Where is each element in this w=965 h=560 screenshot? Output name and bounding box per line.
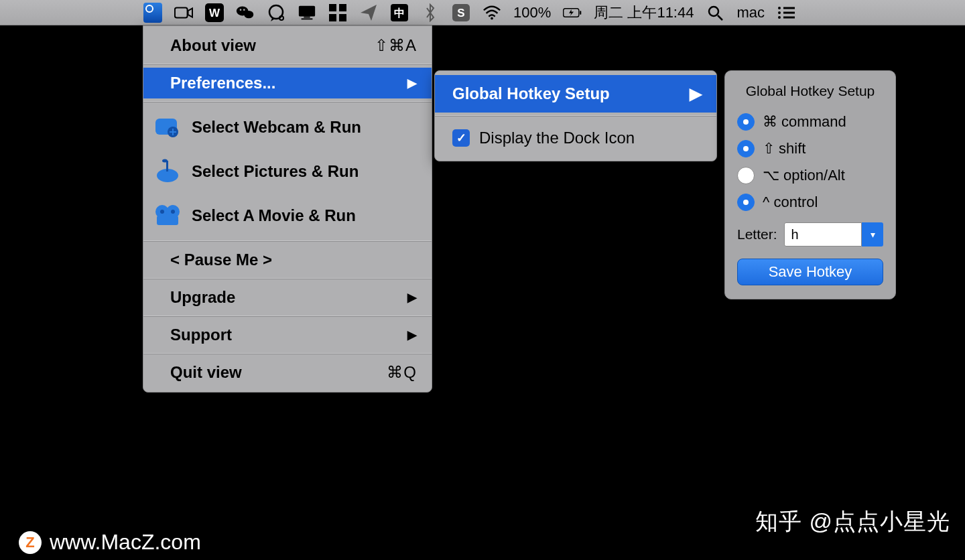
watermark-left: Z www.MacZ.com bbox=[19, 530, 201, 555]
z-logo-icon: Z bbox=[19, 531, 42, 554]
menu-about[interactable]: About view ⇧⌘A bbox=[143, 30, 432, 61]
svg-rect-12 bbox=[329, 4, 336, 11]
svg-rect-15 bbox=[339, 14, 346, 21]
webcam-icon bbox=[153, 113, 182, 142]
menu-label: About view bbox=[170, 36, 365, 55]
svg-rect-34 bbox=[166, 161, 168, 171]
radio-icon bbox=[737, 167, 755, 184]
letter-input[interactable]: h bbox=[784, 222, 862, 247]
battery-percent: 100% bbox=[513, 4, 551, 21]
wechat-icon[interactable] bbox=[236, 3, 255, 22]
svg-rect-14 bbox=[329, 14, 336, 21]
w-app-icon[interactable]: W bbox=[205, 3, 224, 22]
option-label: ^ control bbox=[763, 194, 818, 211]
menu-select-webcam[interactable]: Select Webcam & Run bbox=[143, 105, 432, 149]
checkbox-checked-icon: ✓ bbox=[452, 129, 470, 147]
menu-label: Select Webcam & Run bbox=[192, 118, 417, 137]
menu-shortcut: ⇧⌘A bbox=[375, 36, 417, 55]
svg-rect-30 bbox=[783, 16, 795, 18]
svg-point-35 bbox=[162, 159, 168, 163]
svg-point-40 bbox=[171, 210, 175, 214]
svg-point-29 bbox=[778, 16, 781, 19]
app-menu: About view ⇧⌘A Preferences... ▶ Select W… bbox=[143, 25, 432, 393]
menubar-datetime: 周二 上午11:44 bbox=[594, 3, 694, 23]
svg-rect-0 bbox=[175, 7, 188, 17]
submenu-global-hotkey[interactable]: Global Hotkey Setup ▶ bbox=[435, 75, 716, 113]
menu-select-movie[interactable]: Select A Movie & Run bbox=[143, 194, 432, 238]
svg-rect-11 bbox=[302, 18, 313, 19]
menu-label: Preferences... bbox=[170, 74, 398, 92]
svg-point-5 bbox=[240, 9, 242, 11]
save-hotkey-button[interactable]: Save Hotkey bbox=[737, 259, 883, 285]
chevron-right-icon: ▶ bbox=[407, 290, 417, 305]
preferences-submenu: Global Hotkey Setup ▶ ✓ Display the Dock… bbox=[434, 70, 717, 161]
menu-support[interactable]: Support ▶ bbox=[143, 320, 432, 350]
menu-separator bbox=[143, 101, 432, 102]
svg-point-23 bbox=[709, 7, 718, 16]
menu-label: Global Hotkey Setup bbox=[452, 84, 680, 103]
svg-text:W: W bbox=[209, 7, 220, 19]
camera-icon[interactable] bbox=[174, 3, 193, 22]
option-control[interactable]: ^ control bbox=[737, 189, 883, 216]
option-option-alt[interactable]: ⌥ option/Alt bbox=[737, 162, 883, 189]
menu-shortcut: ⌘Q bbox=[387, 363, 417, 382]
input-method-icon[interactable]: 中 bbox=[390, 3, 409, 22]
svg-point-4 bbox=[244, 10, 253, 17]
svg-rect-28 bbox=[783, 11, 795, 13]
svg-rect-38 bbox=[157, 216, 178, 225]
svg-text:中: 中 bbox=[394, 7, 405, 19]
submenu-dock-icon[interactable]: ✓ Display the Dock Icon bbox=[435, 119, 716, 157]
letter-row: Letter: h ▾ bbox=[737, 222, 883, 247]
chevron-right-icon: ▶ bbox=[690, 84, 702, 103]
svg-rect-26 bbox=[783, 7, 795, 9]
pictures-icon bbox=[153, 157, 182, 186]
svg-point-39 bbox=[160, 210, 164, 214]
menu-label: Display the Dock Icon bbox=[479, 129, 702, 147]
chat-icon[interactable] bbox=[267, 3, 285, 22]
grid-icon[interactable] bbox=[328, 3, 347, 22]
menu-label: < Pause Me > bbox=[170, 251, 417, 269]
letter-dropdown-button[interactable]: ▾ bbox=[862, 222, 883, 247]
svg-line-24 bbox=[718, 15, 722, 20]
app-icon[interactable] bbox=[143, 3, 162, 22]
menu-separator bbox=[143, 316, 432, 317]
radio-icon bbox=[737, 140, 755, 157]
chevron-right-icon: ▶ bbox=[407, 76, 417, 90]
menu-separator bbox=[143, 278, 432, 279]
display-icon[interactable] bbox=[298, 3, 316, 22]
send-icon[interactable] bbox=[359, 3, 378, 22]
menu-label: Quit view bbox=[170, 363, 377, 382]
panel-title: Global Hotkey Setup bbox=[737, 83, 883, 99]
option-command[interactable]: ⌘ command bbox=[737, 109, 883, 135]
menu-preferences[interactable]: Preferences... ▶ bbox=[143, 68, 432, 98]
menu-separator bbox=[143, 353, 432, 354]
menu-separator bbox=[435, 115, 716, 117]
letter-label: Letter: bbox=[737, 226, 777, 242]
movie-icon bbox=[153, 201, 182, 230]
menu-label: Select A Movie & Run bbox=[192, 206, 417, 225]
hotkey-setup-panel: Global Hotkey Setup ⌘ command ⇧ shift ⌥ … bbox=[724, 70, 896, 299]
spotlight-icon[interactable] bbox=[706, 3, 724, 22]
menu-select-pictures[interactable]: Select Pictures & Run bbox=[143, 149, 432, 194]
menu-label: Select Pictures & Run bbox=[192, 162, 417, 181]
chevron-right-icon: ▶ bbox=[407, 328, 417, 342]
svg-rect-9 bbox=[299, 5, 315, 16]
svg-rect-13 bbox=[339, 4, 346, 11]
menu-list-icon[interactable] bbox=[777, 3, 795, 22]
menu-upgrade[interactable]: Upgrade ▶ bbox=[143, 282, 432, 313]
chevron-down-icon: ▾ bbox=[871, 229, 875, 240]
s-app-icon[interactable]: S bbox=[452, 3, 470, 22]
option-shift[interactable]: ⇧ shift bbox=[737, 135, 883, 162]
svg-point-6 bbox=[243, 9, 245, 11]
wifi-icon[interactable] bbox=[482, 3, 501, 22]
menu-pause[interactable]: < Pause Me > bbox=[143, 244, 432, 275]
radio-icon bbox=[737, 113, 755, 131]
menu-quit[interactable]: Quit view ⌘Q bbox=[143, 357, 432, 388]
battery-icon[interactable] bbox=[563, 3, 582, 22]
option-label: ⌥ option/Alt bbox=[763, 167, 845, 184]
menubar-user[interactable]: mac bbox=[736, 4, 765, 21]
watermark-right: 知乎 @点点小星光 bbox=[755, 506, 950, 537]
svg-rect-10 bbox=[304, 16, 310, 17]
bluetooth-icon[interactable] bbox=[421, 3, 440, 22]
menu-label: Support bbox=[170, 326, 398, 344]
